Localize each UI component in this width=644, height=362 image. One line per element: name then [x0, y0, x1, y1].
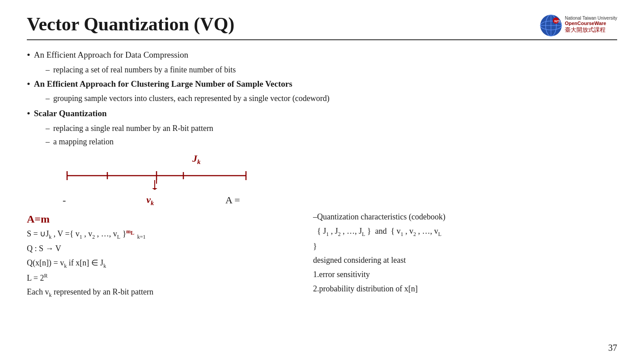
mL-sup: mL: [126, 228, 134, 235]
sub-bullet-1: – replacing a set of real numbers by a f…: [46, 64, 617, 76]
Jk-sub-qxn: k: [103, 263, 106, 269]
bullet-2-text: An Efficient Approach for Clustering Lar…: [34, 77, 292, 90]
sub-bullet-2: – grouping sample vectors into clusters,…: [46, 93, 617, 105]
math-right-line2: { J1 , J2 , …, JL } and { v1 , v2 , …, v…: [313, 225, 617, 239]
k-sub-union: k: [49, 234, 51, 240]
bullet-dot-1: •: [27, 48, 30, 62]
math-left: A=m S = ∪Jk , V ={ v1 , v2 , …, vL }mL k…: [27, 210, 286, 300]
dash-3b: –: [46, 136, 50, 148]
math-right-line3: }: [313, 240, 617, 253]
math-right-line6: 2.probability distribution of x[n]: [313, 282, 617, 296]
vk-label: vk: [146, 192, 154, 208]
logo-wrapper: NTU National Taiwan University OpenCours…: [539, 13, 617, 36]
bullet-2: • An Efficient Approach for Clustering L…: [27, 77, 617, 91]
rv1-sub: 1: [401, 231, 403, 237]
v1-sub: 1: [80, 234, 82, 240]
jk-sub: k: [197, 158, 201, 165]
bullet-3-text: Scalar Quantization: [34, 107, 107, 120]
bullet-1: • An Efficient Approach for Data Compres…: [27, 48, 617, 62]
header-row: Vector Quantization (VQ) NTU National Ta…: [27, 13, 617, 36]
bullet-3: • Scalar Quantization: [27, 107, 617, 121]
math-right: –Quantization characteristics (codebook)…: [313, 210, 617, 300]
mL-L-sub: L: [131, 230, 134, 236]
logo-text-area: National Taiwan University OpenCourseWar…: [565, 16, 617, 34]
svg-marker-15: [152, 188, 157, 190]
header-divider: [27, 39, 617, 40]
math-line-Q: Q : S → V: [27, 242, 286, 256]
jk-letter: J: [192, 153, 197, 164]
R-sup: R: [44, 273, 47, 279]
logo-chinese-text: 臺大開放式課程: [565, 26, 617, 34]
logo-ntu-text: National Taiwan University: [565, 16, 617, 21]
main-content: • An Efficient Approach for Data Compres…: [27, 48, 617, 301]
page-container: Vector Quantization (VQ) NTU National Ta…: [0, 0, 644, 362]
arrow-up-indicator: [150, 180, 159, 191]
sub-bullet-3a-text: replacing a single real number by an R-b…: [53, 122, 213, 135]
Aeqm-label: A=m: [27, 213, 50, 225]
vk-row: - vk A =: [63, 192, 240, 208]
sub-bullet-3b-text: a mapping relation: [53, 136, 114, 148]
math-line-S: S = ∪Jk , V ={ v1 , v2 , …, vL }mL k=1: [27, 227, 286, 241]
jk-label: Jk: [192, 151, 201, 167]
logo-globe: NTU: [539, 13, 561, 36]
bullet-1-text: An Efficient Approach for Data Compressi…: [34, 48, 188, 61]
Aeq-label: A =: [225, 193, 240, 208]
arrow-up-svg: [150, 180, 159, 190]
math-section: A=m S = ∪Jk , V ={ v1 , v2 , …, vL }mL k…: [27, 210, 617, 300]
v2-sub: 2: [92, 234, 95, 240]
J1-sub: 1: [326, 231, 329, 237]
math-right-line5: 1.error sensitivity: [313, 268, 617, 282]
diagram-section: Jk: [63, 151, 617, 208]
math-right-line1: –Quantization characteristics (codebook): [313, 210, 617, 224]
page-number: 37: [608, 343, 617, 353]
JL-sub: L: [362, 231, 365, 237]
rv2-sub: 2: [413, 231, 416, 237]
sub-bullet-3b: – a mapping relation: [46, 136, 617, 148]
vk-sub-qxn: k: [64, 263, 67, 269]
math-line-L: L = 2R: [27, 272, 286, 285]
vk-sub: k: [151, 200, 154, 206]
vk-sub-each: k: [49, 292, 51, 298]
rvL-sub: L: [438, 231, 441, 237]
J2-sub: 2: [338, 231, 341, 237]
vL-sub: L: [117, 234, 120, 240]
k-minus-1-note: k=1: [137, 234, 146, 240]
logo-ocw-text: OpenCourseWare: [565, 21, 617, 26]
math-right-line4: designed considering at least: [313, 254, 617, 267]
svg-text:NTU: NTU: [554, 19, 562, 23]
bullet-dot-2: •: [27, 77, 30, 91]
dash-2: –: [46, 93, 50, 105]
sub-bullet-1-text: replacing a set of real numbers by a fin…: [53, 64, 236, 76]
minus-label: -: [63, 193, 66, 208]
math-line-Qxn: Q(x[n]) = vk if x[n] ∈ Jk: [27, 257, 286, 270]
math-line-Aeqm: A=m: [27, 210, 286, 228]
sub-bullet-3a: – replacing a single real number by an R…: [46, 122, 617, 135]
bullet-dot-3: •: [27, 107, 30, 121]
dash-1: –: [46, 64, 50, 76]
page-title: Vector Quantization (VQ): [27, 13, 234, 35]
dash-3a: –: [46, 122, 50, 135]
sub-bullet-2-text: grouping sample vectors into clusters, e…: [53, 93, 330, 105]
math-line-each: Each vk represented by an R-bit pattern: [27, 286, 286, 299]
vk-letter: v: [146, 194, 151, 205]
